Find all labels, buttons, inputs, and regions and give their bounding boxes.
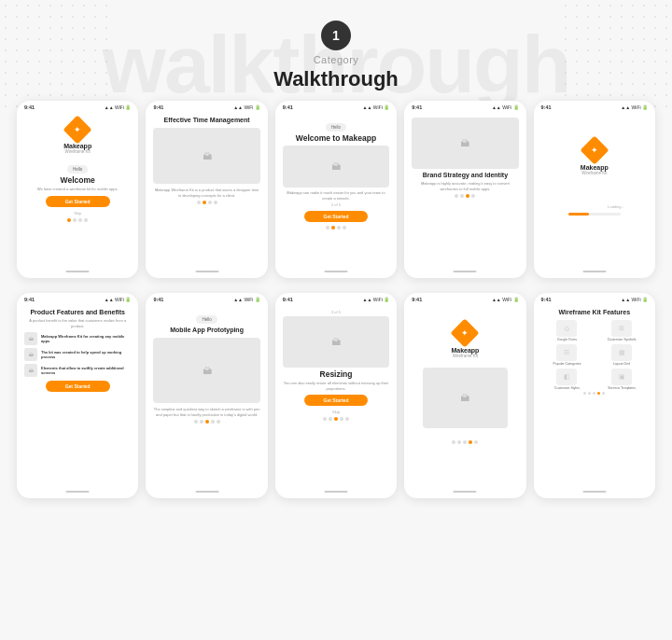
status-icons-1: ▲▲ WiFi 🔋 <box>105 104 132 110</box>
image-placeholder-3: 🏔 <box>283 146 389 188</box>
list-item-6-2: 🏔 The kit was created to help speed up w… <box>24 348 131 361</box>
dot-4-1 <box>455 194 458 198</box>
dots-10 <box>541 392 648 395</box>
wk-icon-customize-styles: ◧ <box>556 369 577 385</box>
phone-product-features: 9:41 ▲▲ WiFi 🔋 Product Features and Bene… <box>17 293 138 498</box>
time-5: 9:41 <box>541 104 552 110</box>
phone-welcome-makeapp: 9:41 ▲▲ WiFi 🔋 Hello Welcome to Makeapp … <box>275 101 397 278</box>
mountain-icon-9: 🏔 <box>460 393 469 403</box>
time-2: 9:41 <box>153 104 163 110</box>
home-indicator-8 <box>324 491 347 494</box>
category-label: Category <box>0 54 672 65</box>
status-icons-4: ▲▲ WiFi 🔋 <box>492 104 519 110</box>
wk-icon-screens-templates: ▣ <box>611 369 632 385</box>
mountain-icon-8: 🏔 <box>331 337 341 347</box>
dots-9 <box>452 440 478 444</box>
wk-item-customize-styles: ◧ Customize Styles <box>541 369 594 390</box>
wk-label-popular-categories: Popular Categories <box>553 362 581 366</box>
progress-bar <box>568 213 621 216</box>
dot-1-1 <box>67 218 71 222</box>
top-phones-row: 9:41 ▲▲ WiFi 🔋 Makeapp Wireframe Kit Hel… <box>0 101 672 285</box>
time-6: 9:41 <box>24 297 35 302</box>
dots-1 <box>24 218 131 222</box>
phone-loading: 9:41 ▲▲ WiFi 🔋 Makeapp Wireframe Kit Loa… <box>534 101 655 278</box>
skip-btn-8[interactable]: Skip <box>283 410 389 414</box>
wk-item-popular-categories: ☰ Popular Categories <box>541 344 594 366</box>
status-bar-7: 9:41 ▲▲ WiFi 🔋 <box>146 293 267 304</box>
dots-4 <box>412 194 518 198</box>
wk-label-screens-templates: Screens Templates <box>608 386 636 390</box>
status-icons-9: ▲▲ WiFi 🔋 <box>492 297 519 302</box>
list-item-6-1: 🏔 Makeapp Wireframe Kit for creating any… <box>24 332 131 345</box>
phone-heading-4: Brand Strategy and Identity <box>412 171 518 179</box>
mountain-icon-3: 🏔 <box>331 161 341 172</box>
home-indicator-5 <box>582 271 606 273</box>
time-8: 9:41 <box>283 297 293 302</box>
dot-9-1 <box>452 440 455 444</box>
list-text-6-1: Makeapp Wireframe Kit for creating any m… <box>41 334 131 343</box>
dot-3-1 <box>326 226 329 230</box>
get-started-btn-8[interactable]: Get Started <box>304 395 369 406</box>
mountain-icon-4: 🏔 <box>460 138 469 148</box>
home-indicator-7 <box>195 491 218 494</box>
pager-dot-10-5 <box>602 392 605 395</box>
pager-dot-10-3 <box>593 392 595 395</box>
time-7: 9:41 <box>153 297 163 302</box>
get-started-btn-3[interactable]: Get Started <box>304 211 369 222</box>
phone-resizing: 9:41 ▲▲ WiFi 🔋 3 of 5 🏔 Resizing You can… <box>275 293 397 498</box>
mountain-icon-7: 🏔 <box>203 366 212 376</box>
phone-heading-1: Welcome <box>24 175 131 185</box>
dot-4-2 <box>460 194 464 198</box>
image-placeholder-2: 🏔 <box>153 128 259 184</box>
app-name-1: Makeapp <box>63 143 91 149</box>
app-sub-5: Wireframe Kit <box>581 171 607 175</box>
home-indicator-10 <box>582 491 606 494</box>
wk-item-customize-symbols: ⊞ Customize Symbols <box>595 320 648 341</box>
status-bar-4: 9:41 ▲▲ WiFi 🔋 <box>404 101 525 112</box>
home-indicator-1 <box>66 271 90 273</box>
hello-badge-1: Hello <box>67 165 88 174</box>
phone-welcome: 9:41 ▲▲ WiFi 🔋 Makeapp Wireframe Kit Hel… <box>17 101 138 278</box>
app-name-9: Makeapp <box>451 347 479 354</box>
dot-7-2 <box>200 420 203 424</box>
phone-heading-6: Product Features and Benefits <box>24 308 131 316</box>
status-bar-5: 9:41 ▲▲ WiFi 🔋 <box>534 101 655 112</box>
dot-8-5 <box>345 417 349 421</box>
home-indicator-9 <box>454 491 477 494</box>
status-icons-7: ▲▲ WiFi 🔋 <box>233 297 260 302</box>
get-started-btn-1[interactable]: Get Started <box>46 196 110 207</box>
status-bar-2: 9:41 ▲▲ WiFi 🔋 <box>146 101 267 112</box>
list-thumb-6-3: 🏔 <box>24 364 37 377</box>
hello-badge-3: Hello <box>326 123 346 132</box>
dot-9-5 <box>474 440 478 444</box>
time-10: 9:41 <box>541 297 552 302</box>
dot-3-2 <box>331 226 335 230</box>
phone-heading-3: Welcome to Makeapp <box>283 133 389 143</box>
loading-label: Loading... <box>565 204 624 209</box>
status-icons-6: ▲▲ WiFi 🔋 <box>105 297 132 302</box>
image-placeholder-8: 🏔 <box>283 316 389 368</box>
dot-1-4 <box>84 218 88 222</box>
phone-text-3: Makeapp can make it much easier for you … <box>283 190 389 201</box>
dot-9-4 <box>469 440 472 444</box>
time-9: 9:41 <box>412 297 422 302</box>
dot-8-1 <box>323 417 327 421</box>
wk-item-layout-grid: ▦ Layout Grid <box>595 344 648 366</box>
step-circle: 1 <box>321 21 351 50</box>
dots-3 <box>283 226 389 230</box>
status-bar-9: 9:41 ▲▲ WiFi 🔋 <box>404 293 525 304</box>
wk-label-customize-symbols: Customize Symbols <box>608 338 637 341</box>
get-started-btn-6[interactable]: Get Started <box>46 381 110 392</box>
phone-wireframe-kit: 9:41 ▲▲ WiFi 🔋 Wireframe Kit Features G … <box>534 293 655 498</box>
page-header: 1 Category Walkthrough <box>0 0 672 101</box>
wk-label-google-fonts: Google Fonts <box>557 338 577 341</box>
dot-4-3 <box>466 194 469 198</box>
phone-effective-time: 9:41 ▲▲ WiFi 🔋 Effective Time Management… <box>146 101 267 278</box>
phone-text-6: A product benefit is the value that cust… <box>24 318 131 328</box>
phone-heading-8: Resizing <box>283 369 389 379</box>
wk-label-layout-grid: Layout Grid <box>613 362 630 366</box>
skip-btn-1[interactable]: Skip <box>24 211 131 216</box>
app-sub-1: Wireframe Kit <box>65 149 91 154</box>
dot-2-4 <box>214 201 217 204</box>
dot-4-4 <box>471 194 475 198</box>
